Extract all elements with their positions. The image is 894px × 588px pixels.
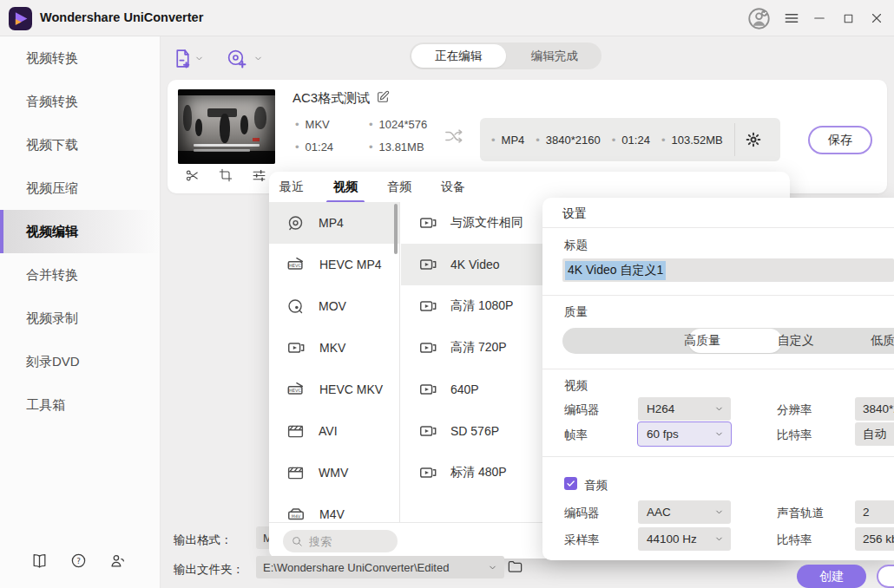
- format-item-mov[interactable]: MOV: [269, 285, 399, 327]
- minimize-button[interactable]: [807, 0, 832, 36]
- title-label: 标题: [564, 238, 588, 253]
- audio-track-label: 声音轨道: [777, 506, 824, 521]
- target-duration: 01:24: [612, 134, 650, 147]
- target-format: MP4: [491, 134, 524, 147]
- save-button[interactable]: 保存: [808, 126, 872, 154]
- edit-tools-row: [185, 168, 266, 183]
- trim-scissors-icon[interactable]: [185, 168, 200, 183]
- sidebar-item-toolbox[interactable]: 工具箱: [0, 383, 160, 427]
- quality-option-high[interactable]: 高质量: [656, 328, 750, 354]
- audio-bitrate-field[interactable]: 256 kbps: [855, 527, 894, 551]
- source-info-row1: MKV 1024*576: [295, 118, 427, 131]
- file-title: AC3格式测试: [293, 90, 370, 107]
- menu-icon[interactable]: [779, 0, 804, 36]
- format-item-avi[interactable]: AVI: [269, 410, 399, 452]
- crop-icon[interactable]: [219, 168, 233, 183]
- video-resolution-field[interactable]: 3840*2160: [855, 397, 894, 421]
- sidebar-item-video-download[interactable]: 视频下载: [0, 123, 160, 167]
- video-camera-icon: [418, 338, 437, 357]
- add-file-chevron-down-icon[interactable]: [194, 54, 204, 63]
- output-folder-select[interactable]: E:\Wondershare UniConverter\Edited: [256, 556, 504, 578]
- format-item-hevc-mp4[interactable]: HEVC MP4: [269, 244, 399, 285]
- secondary-button-clipped[interactable]: [877, 565, 894, 588]
- target-info-box: MP4 3840*2160 01:24 103.52MB: [480, 118, 780, 161]
- video-thumbnail[interactable]: [178, 89, 275, 164]
- format-item-wmv[interactable]: WMV: [269, 452, 399, 493]
- format-item-mkv[interactable]: MKV: [269, 327, 399, 369]
- video-camera-icon: [418, 421, 437, 441]
- video-encoder-select[interactable]: H264: [638, 397, 731, 421]
- target-settings-gear-icon[interactable]: [746, 132, 761, 147]
- search-input[interactable]: [309, 535, 387, 548]
- effects-sliders-icon[interactable]: [252, 168, 266, 183]
- tab-audio[interactable]: 音频: [385, 180, 413, 195]
- open-folder-icon[interactable]: [507, 559, 523, 575]
- create-button[interactable]: 创建: [797, 565, 866, 588]
- sidebar-item-video-compress[interactable]: 视频压缩: [0, 167, 160, 210]
- title-field-selected-text: 4K Video 自定义1: [565, 261, 666, 280]
- sidebar-item-video-edit[interactable]: 视频编辑: [0, 210, 160, 253]
- maximize-button[interactable]: [836, 0, 860, 36]
- load-dvd-button[interactable]: [226, 48, 247, 69]
- quality-label: 质量: [564, 304, 588, 320]
- tab-recent[interactable]: 最近: [278, 180, 306, 195]
- tab-editing[interactable]: 正在编辑: [411, 44, 506, 68]
- source-size: 13.81MB: [369, 140, 424, 154]
- format-list: MP4 HEVC MP4 MOV MKV HEVC MKV AVI WMV M4…: [269, 202, 400, 522]
- settings-header: 设置: [562, 206, 587, 222]
- sidebar-item-merge-convert[interactable]: 合并转换: [0, 253, 160, 297]
- contact-icon[interactable]: [109, 552, 126, 569]
- format-item-m4v[interactable]: M4V: [269, 493, 399, 522]
- title-field[interactable]: 4K Video 自定义1: [562, 258, 894, 282]
- sidebar-item-burn-dvd[interactable]: 刻录DVD: [0, 340, 160, 383]
- output-folder-label: 输出文件夹：: [174, 562, 244, 578]
- audio-encoder-select[interactable]: AAC: [638, 500, 731, 524]
- sidebar-item-video-convert[interactable]: 视频转换: [0, 36, 160, 80]
- video-camera-icon: [286, 338, 306, 357]
- help-icon[interactable]: [70, 552, 87, 569]
- format-item-hevc-mkv[interactable]: HEVC MKV: [269, 369, 399, 410]
- tab-edit-done[interactable]: 编辑完成: [508, 42, 602, 69]
- format-item-mp4[interactable]: MP4: [269, 202, 399, 244]
- tab-video[interactable]: 视频: [332, 180, 359, 195]
- manual-book-icon[interactable]: [31, 552, 48, 569]
- target-size: 103.52MB: [661, 134, 723, 147]
- video-framerate-select[interactable]: 60 fps: [637, 421, 732, 447]
- output-folder-path: E:\Wondershare UniConverter\Edited: [263, 561, 449, 574]
- clapper-icon: [286, 464, 305, 482]
- quality-segmented-control: 高质量 自定义 低质量: [562, 328, 894, 354]
- video-encoder-label: 编码器: [564, 402, 600, 418]
- video-camera-icon: [418, 380, 437, 399]
- hevc-badge-icon: [286, 255, 306, 274]
- quality-option-low[interactable]: 低质量: [843, 328, 894, 354]
- video-section-label: 视频: [564, 378, 588, 394]
- sidebar-item-audio-convert[interactable]: 音频转换: [0, 80, 160, 123]
- app-logo-icon: [9, 7, 32, 30]
- audio-samplerate-select[interactable]: 44100 Hz: [638, 527, 731, 551]
- video-framerate-label: 帧率: [564, 428, 588, 443]
- title-bar: Wondershare UniConverter: [0, 0, 894, 36]
- video-camera-icon: [418, 255, 437, 274]
- search-box[interactable]: [283, 530, 398, 552]
- audio-enabled-checkbox[interactable]: [564, 477, 577, 490]
- account-avatar-icon[interactable]: [745, 0, 772, 36]
- convert-shuffle-icon: [443, 127, 465, 146]
- format-list-scrollbar[interactable]: [394, 204, 398, 254]
- audio-samplerate-label: 采样率: [564, 532, 600, 548]
- output-folder-chevron-down-icon[interactable]: [488, 563, 497, 572]
- edit-state-tabs: 正在编辑 编辑完成: [410, 42, 601, 69]
- quality-option-custom[interactable]: 自定义: [749, 328, 843, 354]
- close-button[interactable]: [864, 0, 889, 36]
- add-file-button[interactable]: [172, 48, 194, 69]
- video-camera-icon: [418, 297, 437, 316]
- sidebar-item-video-record[interactable]: 视频录制: [0, 297, 160, 340]
- source-info-row2: 01:24 13.81MB: [295, 140, 424, 154]
- video-bitrate-field[interactable]: 自动: [855, 422, 894, 446]
- rename-edit-icon[interactable]: [376, 90, 390, 104]
- m4v-badge-icon: [286, 505, 306, 522]
- tab-device[interactable]: 设备: [439, 180, 467, 195]
- audio-track-field[interactable]: 2: [855, 500, 894, 524]
- chevron-down-icon: [714, 404, 724, 414]
- source-resolution: 1024*576: [369, 118, 427, 131]
- load-dvd-chevron-down-icon[interactable]: [253, 54, 263, 63]
